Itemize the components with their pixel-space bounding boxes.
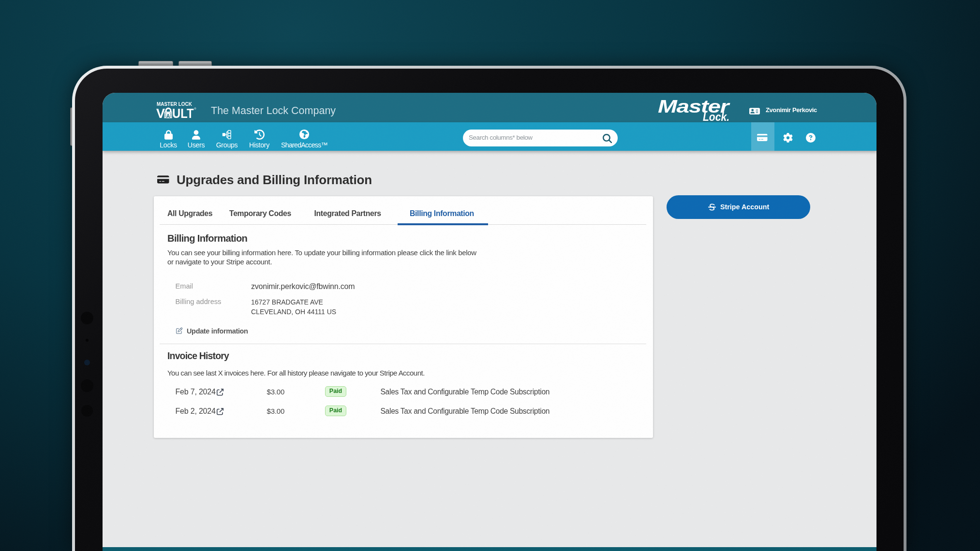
svg-text:®: ® (194, 107, 196, 110)
svg-text:A: A (166, 113, 170, 119)
svg-text:Lock.: Lock. (703, 111, 729, 122)
svg-text:V: V (156, 105, 165, 121)
svg-text:ULT: ULT (172, 105, 194, 121)
